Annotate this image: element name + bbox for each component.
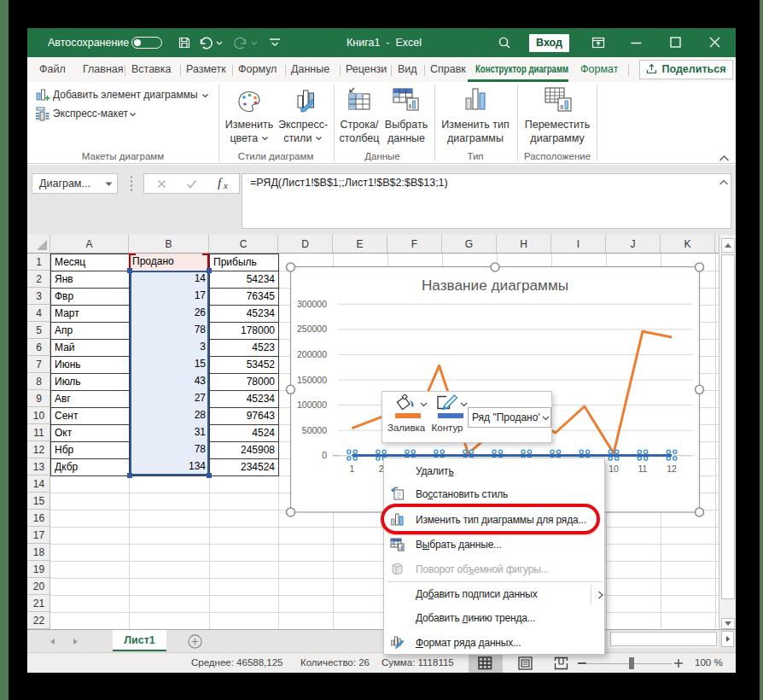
svg-text:0: 0 (322, 450, 327, 460)
svg-text:300000: 300000 (297, 299, 327, 309)
svg-text:150000: 150000 (297, 375, 327, 385)
svg-text:200000: 200000 (297, 349, 327, 359)
svg-text:12: 12 (667, 464, 677, 474)
svg-text:250000: 250000 (297, 324, 327, 334)
svg-text:1: 1 (350, 464, 355, 474)
svg-text:100000: 100000 (297, 400, 327, 410)
svg-text:10: 10 (609, 464, 619, 474)
svg-text:11: 11 (638, 464, 648, 474)
svg-text:50000: 50000 (302, 425, 327, 435)
svg-text:Название диаграммы: Название диаграммы (422, 277, 568, 294)
